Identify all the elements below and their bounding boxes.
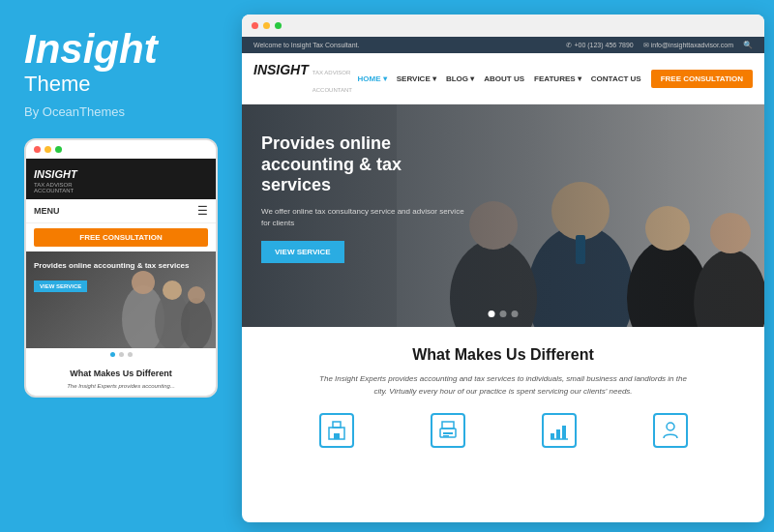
nav-link-service[interactable]: SERVICE ▾ (397, 74, 436, 83)
svg-rect-25 (556, 429, 560, 439)
svg-rect-23 (443, 435, 449, 437)
svg-point-4 (181, 298, 212, 348)
site-phone: ✆ +00 (123) 456 7890 (566, 42, 633, 49)
site-hero-dots (489, 310, 519, 317)
feature-icon-box-3 (542, 413, 577, 448)
dot-red (34, 146, 41, 153)
mobile-logo: INSIGHT (34, 168, 77, 180)
mobile-logo-sub2: ACCOUNTANT (34, 188, 208, 193)
svg-rect-24 (551, 433, 554, 439)
desktop-dot-red (252, 22, 258, 29)
site-logo-tagline: TAX ADVISOR ACCOUNTANT (313, 61, 352, 96)
printer-icon (437, 420, 459, 441)
site-navigation: INSIGHT TAX ADVISOR ACCOUNTANT HOME ▾ SE… (242, 53, 764, 104)
site-contact-info: ✆ +00 (123) 456 7890 ✉ info@insighttaxad… (566, 41, 753, 49)
building-icon (326, 420, 347, 441)
mobile-dot-2 (119, 352, 124, 357)
mobile-view-service-button[interactable]: VIEW SERVICE (34, 281, 87, 292)
site-hero-content: Provides online accounting & tax service… (261, 133, 474, 263)
svg-rect-20 (442, 422, 454, 429)
site-logo-sub2: ACCOUNTANT (313, 87, 352, 93)
nav-link-home[interactable]: HOME ▾ (358, 74, 387, 83)
mobile-cta-button[interactable]: FREE CONSULTATION (34, 228, 208, 247)
left-panel: Insight Theme By OceanThemes INSIGHT TAX… (0, 0, 237, 532)
svg-point-5 (188, 286, 205, 304)
mobile-mockup: INSIGHT TAX ADVISOR ACCOUNTANT MENU ☰ FR… (24, 138, 218, 398)
brand-title: Insight (24, 29, 213, 70)
feature-icon-box-4 (653, 413, 688, 448)
svg-rect-18 (334, 433, 337, 439)
site-section-title: What Makes Us Different (261, 346, 745, 364)
feature-icon-box-1 (319, 413, 354, 448)
desktop-dot-green (275, 22, 282, 29)
nav-link-contact[interactable]: CONTACT US (591, 74, 641, 83)
mobile-nav: MENU ☰ (26, 199, 216, 223)
search-icon[interactable]: 🔍 (743, 41, 753, 49)
mobile-hero-heading: Provides online accounting & tax service… (34, 261, 190, 271)
desktop-dot-yellow (263, 22, 270, 29)
mobile-section-title: What Makes Us Different (26, 361, 216, 382)
site-what-makes-us-section: What Makes Us Different The Insight Expe… (242, 327, 764, 458)
site-hero-section: Provides online accounting & tax service… (242, 104, 764, 327)
mobile-header: INSIGHT TAX ADVISOR ACCOUNTANT (26, 159, 216, 199)
site-email: ✉ info@insighttaxadvisor.com (643, 42, 733, 49)
mobile-top-bar (26, 140, 216, 159)
site-top-info-bar: Welcome to Insight Tax Consultant. ✆ +00… (242, 37, 764, 53)
svg-rect-17 (333, 422, 341, 428)
site-hero-heading: Provides online accounting & tax service… (261, 133, 474, 196)
nav-link-blog[interactable]: BLOG ▾ (446, 74, 474, 83)
feature-icon-2 (431, 413, 465, 448)
site-logo-name: INSIGHT (253, 62, 309, 77)
svg-rect-26 (562, 426, 566, 439)
brand-subtitle: Theme (24, 72, 213, 97)
mobile-hero-text: Provides online accounting & tax service… (34, 261, 190, 292)
mobile-carousel-dots (26, 348, 216, 361)
site-logo: INSIGHT TAX ADVISOR ACCOUNTANT (253, 61, 352, 96)
chart-icon (549, 420, 570, 441)
site-hero-dot-2 (500, 310, 507, 317)
mobile-hero: Provides online accounting & tax service… (26, 251, 216, 348)
desktop-top-bar (242, 15, 764, 37)
desktop-site: Welcome to Insight Tax Consultant. ✆ +00… (242, 37, 764, 516)
hamburger-icon[interactable]: ☰ (197, 204, 208, 218)
person-icon (660, 420, 681, 441)
feature-icon-box-2 (431, 413, 465, 448)
feature-icon-4 (653, 413, 688, 448)
svg-rect-19 (337, 433, 340, 439)
site-hero-subtext: We offer online tax consultancy service … (261, 206, 474, 229)
dot-green (55, 146, 62, 153)
svg-rect-22 (443, 432, 453, 434)
mobile-section-text: The Insight Experts provides accounting.… (26, 382, 216, 396)
feature-icon-3 (542, 413, 577, 448)
mobile-menu-label: MENU (34, 206, 60, 216)
site-features-row (261, 413, 745, 448)
nav-link-about[interactable]: ABOUT US (484, 74, 524, 83)
site-section-text: The Insight Experts provides accounting … (319, 373, 687, 399)
nav-link-features[interactable]: FEATURES ▾ (534, 74, 581, 83)
site-nav-links: HOME ▾ SERVICE ▾ BLOG ▾ ABOUT US FEATURE… (358, 70, 754, 88)
dot-yellow (45, 146, 51, 153)
site-hero-dot-1 (489, 310, 495, 317)
site-welcome-text: Welcome to Insight Tax Consultant. (253, 42, 359, 48)
site-hero-dot-3 (512, 310, 519, 317)
site-logo-sub1: TAX ADVISOR (313, 70, 351, 75)
site-view-service-button[interactable]: VIEW SERVICE (261, 241, 344, 263)
desktop-mockup: Welcome to Insight Tax Consultant. ✆ +00… (242, 15, 764, 522)
site-cta-button[interactable]: FREE CONSULTATION (651, 70, 753, 88)
brand-author: By OceanThemes (24, 104, 213, 119)
mobile-dot-1 (110, 352, 115, 357)
feature-icon-1 (319, 413, 354, 448)
svg-point-28 (667, 423, 674, 430)
mobile-dot-3 (128, 352, 133, 357)
